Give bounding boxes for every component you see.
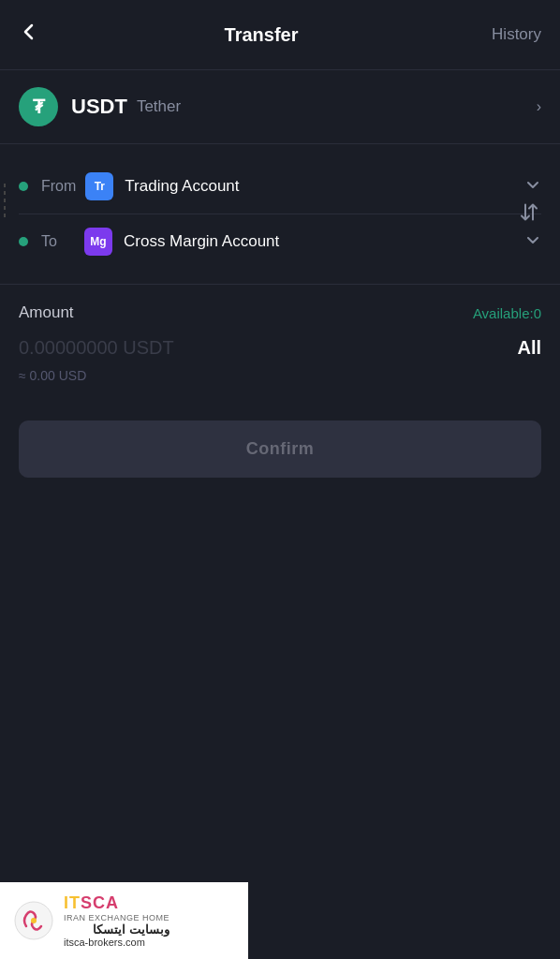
amount-header: Amount Available:0 xyxy=(19,303,541,322)
swap-button[interactable] xyxy=(517,199,541,229)
confirm-section: Confirm xyxy=(0,411,560,496)
token-symbol: USDT xyxy=(71,95,127,119)
amount-input[interactable]: 0.00000000 USDT xyxy=(19,337,174,359)
watermark-logo xyxy=(13,900,54,941)
watermark-subtitle: IRAN EXCHANGE HOME xyxy=(64,913,169,922)
amount-label: Amount xyxy=(19,303,74,322)
transfer-section: From Tr Trading Account To Mg Cross Marg… xyxy=(0,144,560,285)
token-icon: ₮ xyxy=(19,87,58,126)
page-title: Transfer xyxy=(56,24,466,46)
usd-approx: ≈ 0.00 USD xyxy=(19,368,541,383)
margin-badge: Mg xyxy=(84,228,112,256)
token-name: Tether xyxy=(137,97,181,116)
watermark-persian: وبسایت ایتسکا xyxy=(64,922,169,937)
token-row[interactable]: ₮ USDT Tether › xyxy=(0,70,560,144)
all-button[interactable]: All xyxy=(517,337,541,359)
amount-input-row: 0.00000000 USDT All xyxy=(19,337,541,359)
from-account-name: Trading Account xyxy=(125,177,239,196)
to-dropdown-icon xyxy=(524,231,541,252)
to-account-name: Cross Margin Account xyxy=(124,232,279,251)
watermark-text: ITSCA IRAN EXCHANGE HOME وبسایت ایتسکا i… xyxy=(64,893,169,948)
watermark-banner: ITSCA IRAN EXCHANGE HOME وبسایت ایتسکا i… xyxy=(0,882,248,959)
from-label: From xyxy=(41,178,76,195)
amount-section: Amount Available:0 0.00000000 USDT All ≈… xyxy=(0,285,560,411)
to-label: To xyxy=(41,233,75,250)
to-dot xyxy=(19,237,28,246)
from-dot xyxy=(19,182,28,191)
connector-line xyxy=(4,184,6,219)
svg-point-1 xyxy=(31,918,37,923)
to-row[interactable]: To Mg Cross Margin Account xyxy=(19,214,541,269)
header: Transfer History xyxy=(0,0,560,70)
back-button[interactable] xyxy=(19,22,56,48)
token-chevron-icon: › xyxy=(537,98,541,115)
watermark-brand: ITSCA xyxy=(64,893,119,913)
watermark-url: itsca-brokers.com xyxy=(64,937,169,948)
available-text: Available:0 xyxy=(473,305,541,321)
trading-badge: Tr xyxy=(85,172,113,200)
from-dropdown-icon xyxy=(524,176,541,197)
confirm-button[interactable]: Confirm xyxy=(19,420,541,478)
from-row[interactable]: From Tr Trading Account xyxy=(19,159,541,214)
history-button[interactable]: History xyxy=(466,25,541,44)
